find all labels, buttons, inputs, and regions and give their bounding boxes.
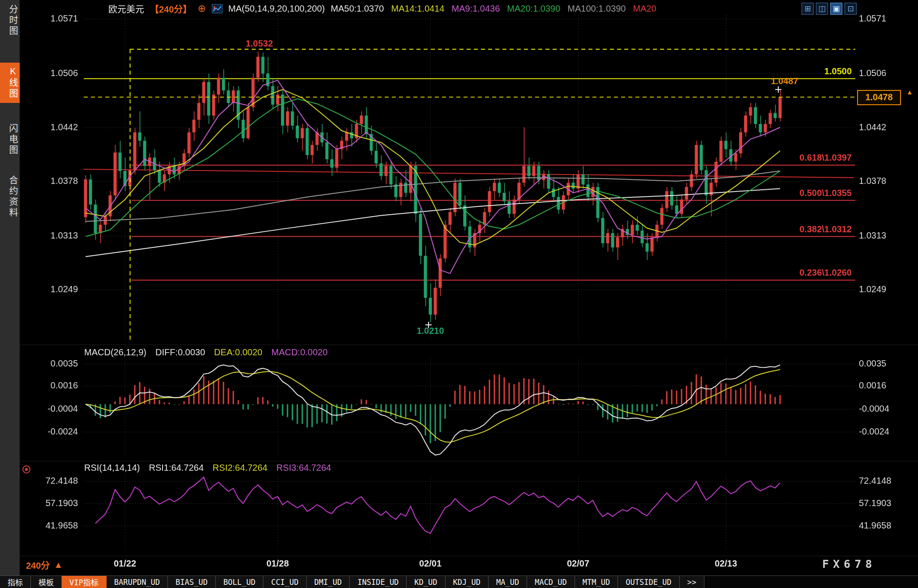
up-triangle-icon: ▲	[54, 560, 63, 570]
toolbar-tab-8[interactable]: INSIDE_UD	[350, 576, 407, 588]
sidebar-item-0[interactable]: 分时图	[0, 4, 20, 37]
toolbar-tab-3[interactable]: BARUPDN_UD	[107, 576, 168, 588]
shift-panel-icon[interactable]: ⊡	[845, 3, 857, 15]
macd-legend: MACD(26,12,9)DIFF:0.0030DEA:0.0020MACD:0…	[84, 347, 328, 358]
chart-canvas[interactable]	[0, 0, 918, 588]
indicator-marker-icon[interactable]	[22, 465, 30, 473]
ma-value-5: MA20	[633, 4, 656, 14]
toolbar-tab-4[interactable]: BIAS_UD	[168, 576, 216, 588]
ma-value-3: MA20:1.0390	[507, 4, 560, 14]
indicator-toolbar: 指标模板VIP指标BARUPDN_UDBIAS_UDBOLL_UDCCI_UDD…	[0, 575, 918, 588]
rsi-params-label: RSI(14,14,14)	[84, 463, 140, 473]
toolbar-tab-15[interactable]: >>	[680, 576, 704, 588]
toolbar-tab-12[interactable]: MACD_UD	[527, 576, 575, 588]
ma-values: MA50:1.0370MA14:1.0414MA9:1.0436MA20:1.0…	[331, 4, 656, 14]
trading-terminal: 分时图K线图闪电图合约资料 欧元美元 【240分】 ⊕ MA(50,14,9,2…	[0, 0, 918, 588]
toolbar-tab-5[interactable]: BOLL_UD	[216, 576, 264, 588]
timeframe-footer[interactable]: 240分 ▲	[26, 558, 63, 571]
ma-value-1: MA14:1.0414	[391, 4, 445, 14]
toolbar-tab-11[interactable]: MA_UD	[489, 576, 527, 588]
ma-settings-label[interactable]: MA(50,14,9,20,100,200)	[228, 4, 325, 14]
toolbar-tab-13[interactable]: MTM_UD	[575, 576, 618, 588]
ma-value-2: MA9:1.0436	[451, 4, 500, 14]
candlestick-mini-icon	[212, 4, 223, 13]
toolbar-tab-6[interactable]: CCI_UD	[263, 576, 306, 588]
toolbar-tab-0[interactable]: 指标	[0, 576, 31, 588]
period-label[interactable]: 【240分】	[150, 2, 192, 15]
symbol-title: 欧元美元	[108, 2, 144, 15]
rsi-legend-1: RSI2:64.7264	[213, 463, 267, 473]
active-chart-icon[interactable]: ▣	[830, 3, 842, 15]
toolbar-tab-14[interactable]: OUTSIDE_UD	[618, 576, 679, 588]
macd-legend-2: MACD:0.0020	[271, 347, 328, 358]
rsi-legend-2: RSI3:64.7264	[276, 463, 331, 473]
sidebar: 分时图K线图闪电图合约资料	[0, 0, 20, 576]
rsi-legend: RSI(14,14,14)RSI1:64.7264RSI2:64.7264RSI…	[84, 463, 331, 473]
split-pane-icon[interactable]: ◫	[816, 3, 828, 15]
sidebar-item-3[interactable]: 合约资料	[0, 175, 20, 218]
toolbar-tab-9[interactable]: KD_UD	[407, 576, 445, 588]
layout-switcher: ⊞◫▣⊡	[802, 3, 857, 15]
watermark: FX678	[822, 558, 876, 571]
ma-value-0: MA50:1.0370	[331, 4, 384, 14]
ma-value-4: MA100:1.0390	[567, 4, 626, 14]
grid-layout-icon[interactable]: ⊞	[802, 3, 814, 15]
toolbar-tab-10[interactable]: KDJ_UD	[446, 576, 489, 588]
toolbar-tab-7[interactable]: DMI_UD	[307, 576, 350, 588]
sidebar-item-1[interactable]: K线图	[0, 63, 20, 103]
toolbar-tab-1[interactable]: 模板	[31, 576, 62, 588]
timeframe-label: 240分	[26, 558, 50, 571]
chart-header: 欧元美元 【240分】 ⊕ MA(50,14,9,20,100,200) MA5…	[108, 1, 656, 16]
add-indicator-icon[interactable]: ⊕	[197, 4, 206, 13]
macd-params-label: MACD(26,12,9)	[84, 347, 146, 358]
toolbar-tab-2[interactable]: VIP指标	[62, 576, 107, 588]
rsi-legend-0: RSI1:64.7264	[149, 463, 204, 473]
macd-legend-1: DEA:0.0020	[214, 347, 262, 358]
sidebar-item-2[interactable]: 闪电图	[0, 124, 20, 156]
macd-legend-0: DIFF:0.0030	[155, 347, 205, 358]
